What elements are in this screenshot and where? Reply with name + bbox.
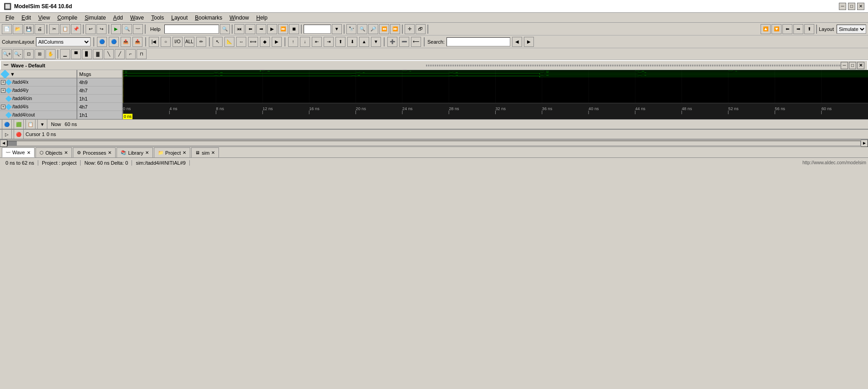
tab-library-close[interactable]: ✕ (145, 150, 149, 155)
playback2[interactable]: ○ (161, 37, 171, 47)
more-op3[interactable]: ⟵ (411, 37, 421, 47)
sig-op5[interactable]: ⬆ (335, 37, 345, 47)
undo-button[interactable]: ↩ (86, 24, 96, 34)
shape-low[interactable]: ▁ (60, 49, 70, 59)
wave-prev-signal[interactable]: ⏪ (379, 24, 389, 34)
menu-bookmarks[interactable]: Bookmarks (191, 14, 226, 22)
close-button[interactable]: ✕ (857, 3, 864, 10)
tab-processes-close[interactable]: ✕ (108, 150, 112, 155)
menu-layout[interactable]: Layout (168, 14, 191, 22)
tab-processes[interactable]: ⚙ Processes ✕ (73, 147, 116, 157)
sig-op2[interactable]: ↓ (300, 37, 310, 47)
h-scrollbar[interactable]: ◀ ▶ (0, 139, 868, 147)
status-icon1[interactable]: 🔵 (2, 119, 12, 129)
shape-fall[interactable]: ╲ (104, 49, 114, 59)
tab-wave[interactable]: 〰 Wave ✕ (2, 147, 35, 157)
shape-rise[interactable]: ╱ (115, 49, 125, 59)
menu-simulate[interactable]: Simulate (81, 14, 110, 22)
sim-back-button[interactable]: ⬅ (245, 24, 255, 34)
open-button[interactable]: 📂 (13, 24, 23, 34)
nav-left[interactable]: ⬅ (782, 24, 792, 34)
minimize-button[interactable]: ─ (839, 3, 846, 10)
wave-zoom-out[interactable]: 🔎 (368, 24, 378, 34)
nav-up[interactable]: 🔼 (761, 24, 771, 34)
wave-add-cursor[interactable]: ✛ (405, 24, 415, 34)
zoom-fit-button[interactable]: ⊡ (24, 49, 34, 59)
playback4[interactable]: ALL (184, 37, 194, 47)
help-input[interactable] (164, 25, 219, 34)
search-prev-button[interactable]: ◀ (512, 37, 522, 47)
search-input[interactable] (447, 37, 510, 46)
tab-objects-close[interactable]: ✕ (64, 150, 68, 155)
cursor-tool5[interactable]: ◆ (260, 37, 270, 47)
more-op2[interactable]: ➖ (399, 37, 409, 47)
tab-library[interactable]: 📚 Library ✕ (117, 147, 153, 157)
cursor-tool4[interactable]: ⟺ (248, 37, 258, 47)
paste-button[interactable]: 📌 (71, 24, 81, 34)
nav-expand[interactable]: ⬆ (804, 24, 814, 34)
menu-edit[interactable]: Edit (18, 14, 35, 22)
shape-clock[interactable]: ⊓ (137, 49, 147, 59)
shape-high[interactable]: ▀ (71, 49, 81, 59)
cursor-tool1[interactable]: ↖ (213, 37, 223, 47)
playback3[interactable]: I/O (173, 37, 183, 47)
sim-fwd-button[interactable]: ➡ (256, 24, 266, 34)
tab-sim-close[interactable]: ✕ (211, 150, 215, 155)
wave-close-button[interactable]: ✕ (857, 62, 864, 69)
zoom-in-button[interactable]: 🔍+ (2, 49, 12, 59)
wave-zoom-full[interactable]: 🔭 (346, 24, 356, 34)
menu-add[interactable]: Add (110, 14, 127, 22)
sim-restart-button[interactable]: ⏮ (234, 24, 244, 34)
scroll-right-button[interactable]: ▶ (861, 140, 868, 147)
playback1[interactable]: |◀ (149, 37, 159, 47)
status-icons-bottom[interactable]: ▷ 🔴 (2, 129, 24, 139)
playback5[interactable]: ✏ (196, 37, 206, 47)
menu-compile[interactable]: Compile (54, 14, 81, 22)
sim-cont-button[interactable]: ⏩ (278, 24, 288, 34)
sim-run-button[interactable]: ▶ (267, 24, 277, 34)
signal-row-y[interactable]: + /tadd4/y (0, 86, 76, 95)
wave-button[interactable]: 〰 (133, 24, 143, 34)
run-button[interactable]: ▶ (111, 24, 121, 34)
sig-op6[interactable]: ⬇ (347, 37, 357, 47)
print-button[interactable]: 🖨 (35, 24, 45, 34)
shape-square[interactable]: ▊ (82, 49, 92, 59)
status-icon4[interactable]: ▼ (37, 119, 47, 129)
scroll-thumb-h[interactable] (8, 141, 17, 146)
col-layout-select[interactable]: AllColumns (36, 37, 91, 46)
wave-op3[interactable]: 📤 (121, 37, 131, 47)
wave-minimize-button[interactable]: ─ (841, 62, 848, 69)
tab-wave-close[interactable]: ✕ (27, 150, 30, 155)
signal-row-s[interactable]: + /tadd4/s (0, 103, 76, 111)
wave-maximize-button[interactable]: □ (849, 62, 856, 69)
wave-zoom-in[interactable]: 🔍 (357, 24, 367, 34)
help-go-button[interactable]: 🔍 (220, 24, 230, 34)
cursor-tool2[interactable]: 📐 (224, 37, 234, 47)
wave-op2[interactable]: 🔵 (109, 37, 119, 47)
wave-dock[interactable]: 🗗 (416, 24, 426, 34)
tab-project-close[interactable]: ✕ (183, 150, 186, 155)
tab-sim[interactable]: 🖥 sim ✕ (191, 147, 219, 157)
menu-view[interactable]: View (35, 14, 54, 22)
status-icon2[interactable]: 🟩 (14, 119, 24, 129)
signal-row-x[interactable]: + /tadd4/x (0, 78, 76, 86)
more-op1[interactable]: ➕ (387, 37, 397, 47)
wave-next-signal[interactable]: ⏩ (390, 24, 400, 34)
zoom-out-button[interactable]: 🔍- (13, 49, 23, 59)
scroll-left-button[interactable]: ◀ (0, 140, 7, 147)
waveform-canvas[interactable]: b 9 7 (123, 70, 868, 103)
status-icon3[interactable]: 📋 (25, 119, 36, 129)
shape-step[interactable]: ⌐ (126, 49, 136, 59)
signal-row-cout[interactable]: /tadd4/cout (0, 111, 76, 119)
sig-op4[interactable]: ⇥ (324, 37, 334, 47)
sig-op3[interactable]: ⇤ (312, 37, 322, 47)
sig-op8[interactable]: ▼ (371, 37, 381, 47)
status-icons-left[interactable]: 🔵 🟩 📋 ▼ (2, 119, 47, 129)
layout-select[interactable]: Simulate (837, 25, 866, 34)
sig-op7[interactable]: ▲ (359, 37, 369, 47)
signal-row-cin[interactable]: /tadd4/cin (0, 95, 76, 103)
menu-wave[interactable]: Wave (127, 14, 147, 22)
cursor-tool3[interactable]: ↔ (236, 37, 246, 47)
sim-break-button[interactable]: ⏹ (289, 24, 299, 34)
menu-file[interactable]: File (2, 14, 18, 22)
